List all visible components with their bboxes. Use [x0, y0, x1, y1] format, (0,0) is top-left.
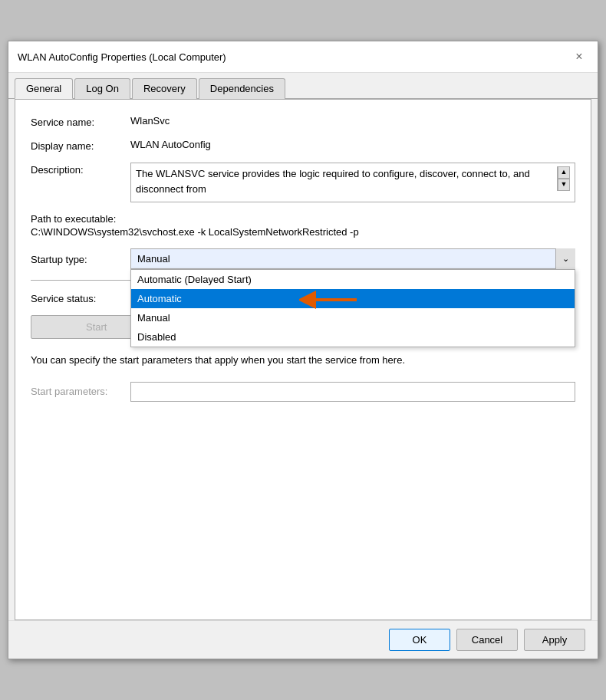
- description-scrollbar[interactable]: ▲ ▼: [557, 166, 570, 191]
- dropdown-item-disabled[interactable]: Disabled: [131, 327, 575, 347]
- dropdown-item-manual[interactable]: Manual: [131, 308, 575, 327]
- startup-type-dropdown: Automatic (Delayed Start) Automatic Manu…: [130, 269, 575, 347]
- start-params-row: Start parameters:: [31, 382, 575, 402]
- service-name-row: Service name: WlanSvc: [31, 115, 575, 128]
- description-row: Description: The WLANSVC service provide…: [31, 163, 575, 202]
- dropdown-item-automatic[interactable]: Automatic: [131, 289, 575, 308]
- service-name-label: Service name:: [31, 115, 130, 128]
- startup-type-select[interactable]: Manual: [130, 248, 575, 269]
- properties-window: WLAN AutoConfig Properties (Local Comput…: [8, 41, 598, 659]
- scroll-down-btn[interactable]: ▼: [558, 179, 570, 191]
- info-text: You can specify the start parameters tha…: [31, 353, 575, 368]
- description-text: The WLANSVC service provides the logic r…: [136, 166, 554, 196]
- cancel-button[interactable]: Cancel: [456, 629, 518, 651]
- description-label: Description:: [31, 163, 130, 176]
- bottom-bar: OK Cancel Apply: [8, 620, 598, 659]
- title-bar: WLAN AutoConfig Properties (Local Comput…: [8, 41, 598, 73]
- tab-general[interactable]: General: [15, 78, 73, 99]
- startup-type-label: Startup type:: [31, 252, 130, 265]
- description-box: The WLANSVC service provides the logic r…: [130, 163, 575, 202]
- dropdown-item-automatic-delayed[interactable]: Automatic (Delayed Start): [131, 270, 575, 289]
- content-panel: Service name: WlanSvc Display name: WLAN…: [15, 99, 591, 620]
- display-name-label: Display name:: [31, 139, 130, 152]
- scroll-up-btn[interactable]: ▲: [558, 166, 570, 179]
- display-name-row: Display name: WLAN AutoConfig: [31, 139, 575, 152]
- path-value: C:\WINDOWS\system32\svchost.exe -k Local…: [31, 226, 575, 238]
- window-title: WLAN AutoConfig Properties (Local Comput…: [18, 51, 226, 63]
- path-label: Path to executable:: [31, 213, 575, 225]
- service-status-label: Service status:: [31, 291, 130, 304]
- start-params-label: Start parameters:: [31, 386, 130, 397]
- close-button[interactable]: ×: [570, 48, 588, 66]
- service-name-value: WlanSvc: [130, 115, 575, 127]
- tab-recovery[interactable]: Recovery: [132, 78, 197, 99]
- tab-logon[interactable]: Log On: [74, 78, 130, 99]
- path-section: Path to executable: C:\WINDOWS\system32\…: [31, 213, 575, 238]
- tab-dependencies[interactable]: Dependencies: [199, 78, 285, 99]
- start-params-input[interactable]: [130, 382, 575, 402]
- display-name-value: WLAN AutoConfig: [130, 139, 575, 150]
- startup-type-select-wrapper: Manual ⌄ Automatic (Delayed Start) Autom…: [130, 248, 575, 269]
- ok-button[interactable]: OK: [389, 629, 450, 651]
- tab-bar: General Log On Recovery Dependencies: [8, 73, 598, 99]
- startup-type-row: Startup type: Manual ⌄ Automatic (Delaye…: [31, 248, 575, 269]
- apply-button[interactable]: Apply: [524, 629, 585, 651]
